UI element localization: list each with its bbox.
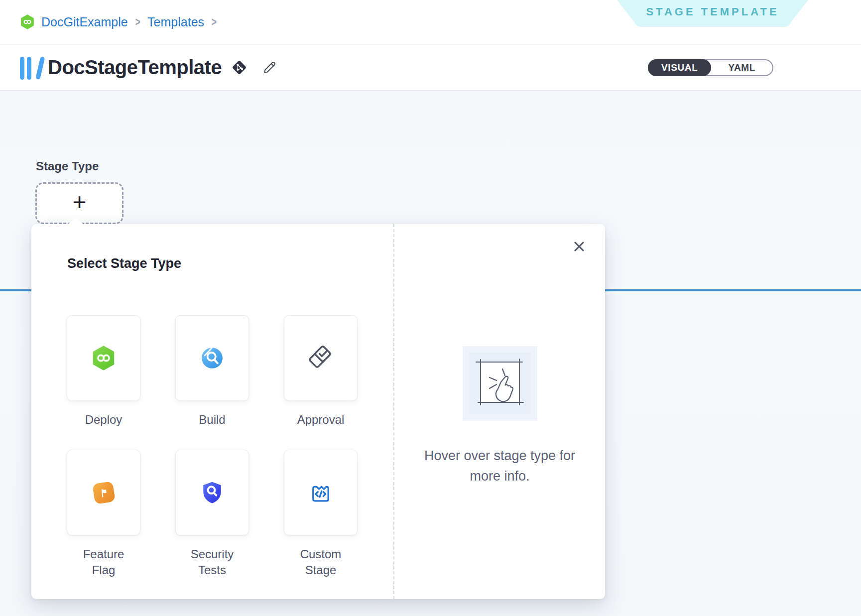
feature-flag-icon xyxy=(92,481,116,504)
breadcrumb-link-project[interactable]: DocGitExample xyxy=(41,15,128,29)
security-shield-icon xyxy=(200,480,225,505)
ci-sphere-magnifier-icon xyxy=(200,346,225,370)
custom-stage-code-icon xyxy=(308,480,334,505)
stage-type-cell-approval: Approval xyxy=(284,315,358,450)
stage-select-popover: Select Stage Type Deploy xyxy=(31,224,605,599)
stage-type-card-label: Deploy xyxy=(85,412,123,428)
stage-type-card-custom-stage[interactable] xyxy=(284,450,358,535)
breadcrumb-bar: DocGitExample > Templates > STAGE TEMPLA… xyxy=(0,0,861,44)
view-toggle: VISUAL YAML xyxy=(648,59,773,76)
cd-module-icon xyxy=(20,14,35,29)
stage-info-panel: Hover over stage type for more info. xyxy=(394,224,605,599)
stage-type-grid: Deploy Build xyxy=(67,315,358,584)
badge-label: STAGE TEMPLATE xyxy=(617,0,808,27)
stage-type-card-build[interactable] xyxy=(175,315,249,401)
stage-type-cell-feature-flag: Feature Flag xyxy=(67,450,140,584)
git-sync-icon xyxy=(232,60,247,75)
breadcrumb: DocGitExample > Templates > xyxy=(20,0,218,44)
stage-type-cell-custom-stage: Custom Stage xyxy=(284,450,358,584)
illustration-inner-frame xyxy=(469,353,531,414)
stage-type-card-label: Feature Flag xyxy=(73,546,134,578)
click-square-illustration xyxy=(470,353,530,414)
stage-type-cell-deploy: Deploy xyxy=(67,315,140,450)
breadcrumb-separator: > xyxy=(212,15,217,29)
hover-info-text: Hover over stage type for more info. xyxy=(410,446,590,486)
stage-type-card-security-tests[interactable] xyxy=(175,450,249,535)
stage-template-badge: STAGE TEMPLATE xyxy=(617,0,808,27)
popover-arrow xyxy=(68,218,83,224)
stage-type-card-feature-flag[interactable] xyxy=(67,450,140,535)
breadcrumb-separator: > xyxy=(135,15,140,29)
approval-stamp-check-icon xyxy=(308,345,334,371)
breadcrumb-link-templates[interactable]: Templates xyxy=(147,15,204,29)
toggle-visual[interactable]: VISUAL xyxy=(648,59,711,76)
page-title: DocStageTemplate xyxy=(48,56,222,79)
toggle-yaml[interactable]: YAML xyxy=(711,60,772,75)
plus-icon: + xyxy=(72,190,86,214)
stage-type-card-label: Custom Stage xyxy=(290,546,351,578)
popover-title: Select Stage Type xyxy=(67,256,181,271)
stage-type-cell-build: Build xyxy=(175,315,249,450)
stage-type-card-deploy[interactable] xyxy=(67,315,140,401)
title-bar: DocStageTemplate VISUAL YAML xyxy=(0,45,861,91)
template-library-icon xyxy=(20,56,40,80)
stage-type-label: Stage Type xyxy=(36,159,99,173)
stage-type-card-label: Approval xyxy=(297,412,345,428)
stage-type-card-label: Security Tests xyxy=(182,546,243,578)
cd-hexagon-infinity-icon xyxy=(91,346,116,370)
edit-pencil-icon[interactable] xyxy=(261,59,277,76)
stage-template-studio: DocGitExample > Templates > STAGE TEMPLA… xyxy=(0,0,861,616)
stage-info-illustration xyxy=(463,346,537,421)
stage-type-card-label: Build xyxy=(199,412,225,428)
stage-type-cell-security-tests: Security Tests xyxy=(175,450,249,584)
stage-type-grid-panel: Select Stage Type Deploy xyxy=(31,224,393,599)
stage-type-card-approval[interactable] xyxy=(284,315,358,401)
